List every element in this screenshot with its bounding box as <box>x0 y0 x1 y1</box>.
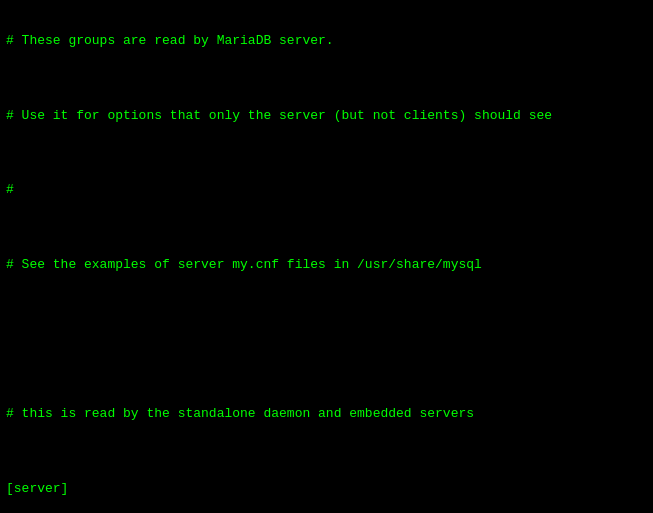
terminal-window: # These groups are read by MariaDB serve… <box>0 0 653 513</box>
line-4: # See the examples of server my.cnf file… <box>6 258 647 273</box>
line-3: # <box>6 183 647 198</box>
line-1: # These groups are read by MariaDB serve… <box>6 34 647 49</box>
line-6: # this is read by the standalone daemon … <box>6 407 647 422</box>
line-2: # Use it for options that only the serve… <box>6 109 647 124</box>
line-7: [server] <box>6 482 647 497</box>
line-5 <box>6 333 647 348</box>
